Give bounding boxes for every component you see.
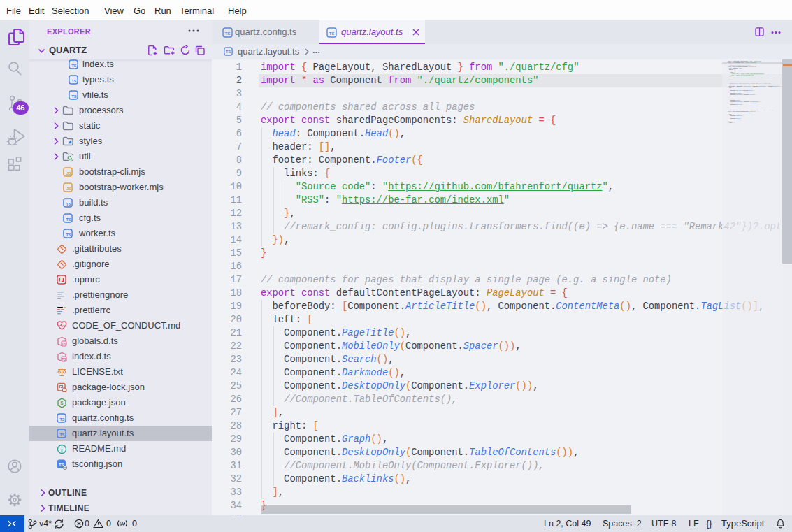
- svg-text:TS: TS: [59, 463, 64, 467]
- svg-text:TS: TS: [66, 217, 71, 222]
- svg-text:TS: TS: [66, 202, 71, 206]
- svg-text:TS: TS: [71, 64, 76, 68]
- svg-text:TS: TS: [62, 357, 66, 361]
- svg-text:TS: TS: [66, 233, 71, 237]
- svg-text:TS: TS: [71, 79, 76, 83]
- svg-text:JS: JS: [66, 171, 71, 175]
- svg-text:TS: TS: [329, 31, 335, 36]
- svg-text:TS: TS: [71, 94, 76, 99]
- svg-text:JS: JS: [66, 187, 71, 191]
- svg-text:TS: TS: [225, 31, 231, 36]
- svg-text:A: A: [120, 521, 124, 527]
- svg-text:$: $: [61, 401, 64, 406]
- svg-text:TS: TS: [226, 50, 231, 54]
- svg-text:TS: TS: [62, 342, 66, 346]
- svg-text:TS: TS: [59, 417, 64, 422]
- svg-text:TS: TS: [59, 433, 64, 437]
